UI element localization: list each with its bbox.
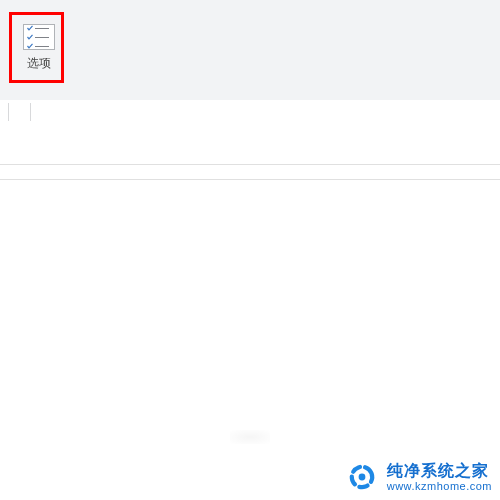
content-area bbox=[0, 124, 500, 500]
smudge bbox=[230, 430, 270, 444]
formula-bar-area bbox=[0, 100, 500, 125]
spinner-logo-icon bbox=[345, 460, 379, 494]
options-button-label: 选项 bbox=[27, 56, 51, 70]
ribbon-toolbar: 选项 bbox=[0, 0, 500, 101]
gridline bbox=[0, 164, 500, 165]
separator bbox=[8, 103, 9, 121]
separator bbox=[30, 103, 31, 121]
watermark-url: www.kzmhome.com bbox=[387, 480, 492, 492]
options-button[interactable]: 选项 bbox=[18, 24, 60, 80]
watermark: 纯净系统之家 www.kzmhome.com bbox=[345, 460, 492, 494]
options-list-icon bbox=[23, 24, 55, 50]
svg-point-1 bbox=[358, 474, 365, 481]
gridline bbox=[0, 179, 500, 180]
watermark-title: 纯净系统之家 bbox=[387, 462, 492, 480]
